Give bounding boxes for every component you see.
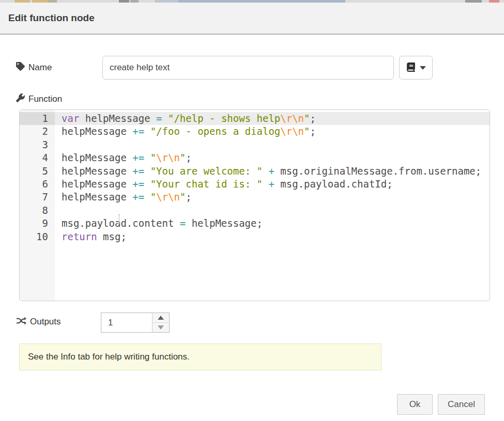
- gutter-line-number: 7: [20, 191, 55, 204]
- tag-icon: [16, 62, 25, 73]
- function-label-text: Function: [28, 94, 62, 104]
- book-icon: [406, 63, 416, 73]
- spinner-up-button[interactable]: [152, 313, 169, 323]
- wrench-icon: [16, 93, 25, 105]
- code-editor[interactable]: 12345678910 var helpMessage = "/help - s…: [19, 110, 490, 301]
- outputs-label-text: Outputs: [30, 317, 61, 327]
- cancel-button[interactable]: Cancel: [438, 394, 485, 415]
- spinner-down-button[interactable]: [152, 323, 169, 332]
- spinner-buttons: [152, 313, 169, 332]
- name-label: Name: [16, 60, 52, 75]
- code-line[interactable]: helpMessage += "You are welcome: " + msg…: [55, 165, 490, 178]
- shuffle-icon: [16, 317, 26, 328]
- caret-down-icon: [420, 66, 426, 70]
- outputs-input[interactable]: [101, 313, 152, 332]
- code-line[interactable]: [55, 138, 490, 151]
- outputs-spinner: [101, 313, 170, 333]
- code-line[interactable]: msg.payload.content = helpMessage;: [55, 217, 490, 230]
- code-line[interactable]: helpMessage += "Your chat id is: " + msg…: [55, 178, 490, 191]
- gutter-line-number: 9: [20, 217, 55, 230]
- editor-code-area[interactable]: var helpMessage = "/help - shows help\r\…: [55, 110, 490, 301]
- gutter-line-number: 5: [20, 165, 55, 178]
- gutter-line-number: 8: [20, 204, 55, 217]
- gutter-line-number: 1: [20, 112, 55, 125]
- dialog-title: Edit function node: [8, 12, 95, 24]
- code-line[interactable]: [55, 204, 490, 217]
- library-button[interactable]: [399, 56, 433, 80]
- code-line[interactable]: return msg;: [55, 230, 490, 243]
- gutter-line-number: 3: [20, 138, 55, 151]
- ok-button[interactable]: Ok: [397, 394, 433, 415]
- form-tip: See the Info tab for help writing functi…: [19, 344, 381, 370]
- form-tip-text: See the Info tab for help writing functi…: [28, 352, 190, 362]
- spinner-up-icon: [158, 316, 164, 320]
- edit-function-node-dialog: Edit function node Name Function 1234567…: [0, 3, 504, 421]
- code-line[interactable]: helpMessage += "\r\n";: [55, 191, 490, 204]
- code-line[interactable]: helpMessage += "\r\n";: [55, 151, 490, 164]
- editor-gutter: 12345678910: [20, 110, 55, 301]
- name-label-text: Name: [28, 63, 52, 73]
- spinner-down-icon: [158, 325, 164, 330]
- gutter-line-number: 6: [20, 178, 55, 191]
- name-input[interactable]: [102, 56, 394, 80]
- dialog-header: Edit function node: [0, 3, 504, 35]
- code-line[interactable]: var helpMessage = "/help - shows help\r\…: [55, 112, 490, 125]
- gutter-line-number: 10: [20, 230, 55, 243]
- code-line[interactable]: helpMessage += "/foo - opens a dialog\r\…: [55, 125, 490, 138]
- gutter-line-number: 2: [20, 125, 55, 138]
- outputs-label: Outputs: [16, 315, 61, 329]
- gutter-line-number: 4: [20, 151, 55, 164]
- function-label: Function: [16, 92, 62, 106]
